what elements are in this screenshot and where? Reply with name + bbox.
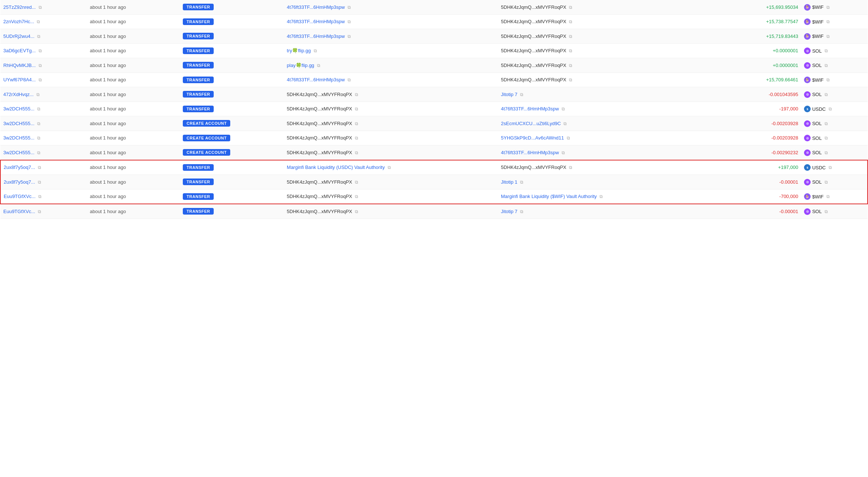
copy-tx-icon[interactable]: ⧉ bbox=[39, 63, 42, 68]
tx-from[interactable]: 5DHK4zJqmQ...xMVYFRoqPX ⧉ bbox=[284, 102, 498, 116]
tx-from[interactable]: play🍀flip.gg ⧉ bbox=[284, 58, 498, 73]
copy-token-icon[interactable]: ⧉ bbox=[826, 194, 830, 199]
tx-hash[interactable]: 25TzZ92nred... ⧉ bbox=[0, 0, 87, 14]
tx-hash[interactable]: 3w2DCH555... ⧉ bbox=[0, 102, 87, 116]
tx-hash[interactable]: RhHQvMKJB... ⧉ bbox=[0, 58, 87, 73]
copy-tx-icon[interactable]: ⧉ bbox=[37, 121, 40, 126]
copy-from-icon[interactable]: ⧉ bbox=[317, 63, 320, 68]
copy-to-icon[interactable]: ⧉ bbox=[567, 135, 570, 141]
copy-to-icon[interactable]: ⧉ bbox=[569, 77, 572, 82]
copy-from-icon[interactable]: ⧉ bbox=[355, 150, 358, 155]
tx-to[interactable]: 5YHGSkP9cD...Av6cAWnd11 ⧉ bbox=[498, 131, 708, 145]
tx-from[interactable]: 4t76ft33TF...6HmHMp3spw ⧉ bbox=[284, 0, 498, 14]
copy-token-icon[interactable]: ⧉ bbox=[826, 34, 830, 39]
tx-to[interactable]: Jitotip 7 ⧉ bbox=[498, 87, 708, 102]
tx-to[interactable]: 2sEcmUCXCU...uZti6Lyd9C ⧉ bbox=[498, 116, 708, 131]
copy-token-icon[interactable]: ⧉ bbox=[825, 209, 828, 214]
tx-hash[interactable]: UYwf67P8A4... ⧉ bbox=[0, 73, 87, 87]
tx-from[interactable]: 5DHK4zJqmQ...xMVYFRoqPX ⧉ bbox=[284, 87, 498, 102]
tx-to[interactable]: Marginfi Bank Liquidity ($WIF) Vault Aut… bbox=[498, 189, 708, 204]
copy-to-icon[interactable]: ⧉ bbox=[569, 19, 572, 24]
copy-tx-icon[interactable]: ⧉ bbox=[39, 5, 42, 10]
copy-token-icon[interactable]: ⧉ bbox=[826, 19, 830, 24]
tx-to[interactable]: Jitotip 7 ⧉ bbox=[498, 204, 708, 219]
copy-tx-icon[interactable]: ⧉ bbox=[36, 92, 40, 97]
copy-tx-icon[interactable]: ⧉ bbox=[39, 77, 42, 82]
tx-to[interactable]: 5DHK4zJqmQ...xMVYFRoqPX ⧉ bbox=[498, 160, 708, 175]
copy-token-icon[interactable]: ⧉ bbox=[825, 150, 828, 155]
copy-tx-icon[interactable]: ⧉ bbox=[38, 180, 41, 185]
copy-tx-icon[interactable]: ⧉ bbox=[37, 150, 40, 155]
copy-to-icon[interactable]: ⧉ bbox=[520, 92, 523, 97]
copy-from-icon[interactable]: ⧉ bbox=[348, 77, 351, 82]
copy-from-icon[interactable]: ⧉ bbox=[355, 209, 358, 214]
tx-from[interactable]: try🍀flip.gg ⧉ bbox=[284, 43, 498, 58]
copy-to-icon[interactable]: ⧉ bbox=[569, 48, 572, 53]
tx-to[interactable]: 5DHK4zJqmQ...xMVYFRoqPX ⧉ bbox=[498, 0, 708, 14]
copy-to-icon[interactable]: ⧉ bbox=[569, 63, 572, 68]
tx-hash[interactable]: 3aD6gcEVTg... ⧉ bbox=[0, 43, 87, 58]
copy-from-icon[interactable]: ⧉ bbox=[348, 34, 351, 39]
tx-hash[interactable]: Euu9TGfXVc... ⧉ bbox=[0, 204, 87, 219]
copy-token-icon[interactable]: ⧉ bbox=[825, 121, 828, 126]
copy-token-icon[interactable]: ⧉ bbox=[825, 63, 828, 68]
tx-from[interactable]: 4t76ft33TF...6HmHMp3spw ⧉ bbox=[284, 14, 498, 29]
tx-to[interactable]: 4t76ft33TF...6HmHMp3spw ⧉ bbox=[498, 145, 708, 160]
copy-tx-icon[interactable]: ⧉ bbox=[38, 165, 41, 170]
copy-token-icon[interactable]: ⧉ bbox=[826, 77, 830, 82]
copy-tx-icon[interactable]: ⧉ bbox=[39, 48, 42, 53]
copy-token-icon[interactable]: ⧉ bbox=[825, 92, 828, 97]
copy-tx-icon[interactable]: ⧉ bbox=[38, 194, 42, 199]
copy-tx-icon[interactable]: ⧉ bbox=[37, 106, 40, 112]
copy-token-icon[interactable]: ⧉ bbox=[829, 106, 832, 112]
tx-to[interactable]: 5DHK4zJqmQ...xMVYFRoqPX ⧉ bbox=[498, 29, 708, 44]
tx-to[interactable]: 5DHK4zJqmQ...xMVYFRoqPX ⧉ bbox=[498, 58, 708, 73]
copy-to-icon[interactable]: ⧉ bbox=[520, 209, 523, 214]
copy-tx-icon[interactable]: ⧉ bbox=[37, 34, 40, 39]
tx-hash[interactable]: 2ux8f7y5oq7... ⧉ bbox=[0, 175, 87, 190]
copy-tx-icon[interactable]: ⧉ bbox=[37, 19, 40, 24]
tx-from[interactable]: 5DHK4zJqmQ...xMVYFRoqPX ⧉ bbox=[284, 189, 498, 204]
copy-from-icon[interactable]: ⧉ bbox=[314, 48, 317, 53]
copy-token-icon[interactable]: ⧉ bbox=[825, 48, 828, 53]
copy-from-icon[interactable]: ⧉ bbox=[355, 180, 358, 185]
copy-to-icon[interactable]: ⧉ bbox=[569, 165, 572, 170]
tx-from[interactable]: 5DHK4zJqmQ...xMVYFRoqPX ⧉ bbox=[284, 116, 498, 131]
tx-to[interactable]: 5DHK4zJqmQ...xMVYFRoqPX ⧉ bbox=[498, 14, 708, 29]
tx-hash[interactable]: 3w2DCH555... ⧉ bbox=[0, 145, 87, 160]
tx-from[interactable]: 5DHK4zJqmQ...xMVYFRoqPX ⧉ bbox=[284, 131, 498, 145]
copy-token-icon[interactable]: ⧉ bbox=[825, 135, 828, 141]
tx-hash[interactable]: 472rXdHvqz... ⧉ bbox=[0, 87, 87, 102]
copy-token-icon[interactable]: ⧉ bbox=[825, 180, 828, 185]
copy-from-icon[interactable]: ⧉ bbox=[348, 5, 351, 10]
copy-from-icon[interactable]: ⧉ bbox=[355, 92, 358, 97]
tx-hash[interactable]: 3w2DCH555... ⧉ bbox=[0, 116, 87, 131]
tx-to[interactable]: 4t76ft33TF...6HmHMp3spw ⧉ bbox=[498, 102, 708, 116]
copy-from-icon[interactable]: ⧉ bbox=[355, 106, 358, 112]
copy-from-icon[interactable]: ⧉ bbox=[355, 194, 358, 199]
tx-from[interactable]: Marginfi Bank Liquidity (USDC) Vault Aut… bbox=[284, 160, 498, 175]
tx-hash[interactable]: Euu9TGfXVc... ⧉ bbox=[0, 189, 87, 204]
copy-to-icon[interactable]: ⧉ bbox=[520, 180, 523, 185]
tx-hash[interactable]: 2ux8f7y5oq7... ⧉ bbox=[0, 160, 87, 175]
tx-from[interactable]: 4t76ft33TF...6HmHMp3spw ⧉ bbox=[284, 73, 498, 87]
copy-to-icon[interactable]: ⧉ bbox=[563, 121, 567, 126]
copy-token-icon[interactable]: ⧉ bbox=[826, 5, 830, 10]
copy-to-icon[interactable]: ⧉ bbox=[562, 106, 565, 112]
copy-to-icon[interactable]: ⧉ bbox=[569, 34, 572, 39]
copy-from-icon[interactable]: ⧉ bbox=[348, 19, 351, 24]
copy-from-icon[interactable]: ⧉ bbox=[388, 165, 391, 170]
copy-token-icon[interactable]: ⧉ bbox=[829, 165, 832, 170]
tx-from[interactable]: 5DHK4zJqmQ...xMVYFRoqPX ⧉ bbox=[284, 175, 498, 190]
tx-hash[interactable]: 5UDrRj2wu4... ⧉ bbox=[0, 29, 87, 44]
copy-to-icon[interactable]: ⧉ bbox=[569, 5, 572, 10]
tx-from[interactable]: 5DHK4zJqmQ...xMVYFRoqPX ⧉ bbox=[284, 145, 498, 160]
copy-from-icon[interactable]: ⧉ bbox=[355, 121, 358, 126]
tx-to[interactable]: 5DHK4zJqmQ...xMVYFRoqPX ⧉ bbox=[498, 73, 708, 87]
copy-tx-icon[interactable]: ⧉ bbox=[38, 209, 41, 214]
copy-to-icon[interactable]: ⧉ bbox=[600, 194, 603, 199]
tx-hash[interactable]: 2znVozh7Hc... ⧉ bbox=[0, 14, 87, 29]
copy-tx-icon[interactable]: ⧉ bbox=[37, 135, 40, 141]
copy-to-icon[interactable]: ⧉ bbox=[562, 150, 565, 155]
tx-to[interactable]: Jitotip 1 ⧉ bbox=[498, 175, 708, 190]
